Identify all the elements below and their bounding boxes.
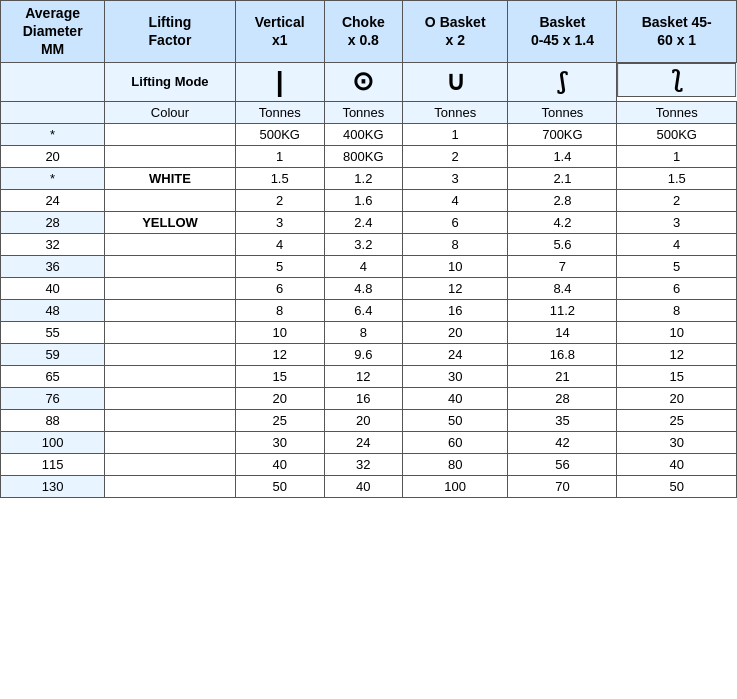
- colour-cell: BROWN: [105, 277, 235, 299]
- choke-val: 3.2: [324, 233, 402, 255]
- icon-basket: ʃ: [508, 62, 617, 101]
- obasket-val: 40: [403, 387, 508, 409]
- obasket-val: 100: [403, 475, 508, 497]
- basket-val: 2.8: [508, 189, 617, 211]
- choke-val: 400KG: [324, 123, 402, 145]
- units-basket: Tonnes: [508, 101, 617, 123]
- choke-val: 4: [324, 255, 402, 277]
- basket-val: 42: [508, 431, 617, 453]
- table-row: *WHITE1.51.232.11.5: [1, 167, 737, 189]
- basket-val: 4.2: [508, 211, 617, 233]
- vertical-val: 20: [235, 387, 324, 409]
- vertical-val: 2: [235, 189, 324, 211]
- units-vertical: Tonnes: [235, 101, 324, 123]
- table-row: 65ORANGE1512302115: [1, 365, 737, 387]
- basket-val: 1.4: [508, 145, 617, 167]
- table-row: 36RED541075: [1, 255, 737, 277]
- vertical-val: 30: [235, 431, 324, 453]
- diam-cell: 28: [1, 211, 105, 233]
- basket45-val: 1.5: [617, 167, 737, 189]
- colour-cell: BLACK: [105, 123, 235, 145]
- diam-cell: 88: [1, 409, 105, 431]
- colour-cell: BLUE: [105, 299, 235, 321]
- diam-cell: *: [1, 123, 105, 145]
- choke-val: 12: [324, 365, 402, 387]
- header-row: AverageDiameterMM LiftingFactor Vertical…: [1, 1, 737, 63]
- choke-val: 32: [324, 453, 402, 475]
- diam-cell: 130: [1, 475, 105, 497]
- basket45-val: 25: [617, 409, 737, 431]
- col-obasket-header: O Basketx 2: [403, 1, 508, 63]
- choke-val: 1.6: [324, 189, 402, 211]
- vertical-val: 12: [235, 343, 324, 365]
- units-obasket: Tonnes: [403, 101, 508, 123]
- col-diam-header: AverageDiameterMM: [1, 1, 105, 63]
- vertical-val: 6: [235, 277, 324, 299]
- col-basket-header: Basket0-45 x 1.4: [508, 1, 617, 63]
- colour-cell: VIOLET: [105, 145, 235, 167]
- choke-val: 9.6: [324, 343, 402, 365]
- table-row: 40BROWN64.8128.46: [1, 277, 737, 299]
- obasket-val: 60: [403, 431, 508, 453]
- vertical-val: 10: [235, 321, 324, 343]
- colour-cell: GREY: [105, 233, 235, 255]
- obasket-val: 50: [403, 409, 508, 431]
- basket-val: 21: [508, 365, 617, 387]
- vertical-val: 40: [235, 453, 324, 475]
- mode-label-cell: Lifting Mode: [105, 62, 235, 101]
- col-vertical-header: Verticalx1: [235, 1, 324, 63]
- table-row: 55ORANGE108201410: [1, 321, 737, 343]
- diam-cell: *: [1, 167, 105, 189]
- table-row: 32GREY43.285.64: [1, 233, 737, 255]
- icon-vertical: |: [235, 62, 324, 101]
- colour-cell: ORANGE: [105, 387, 235, 409]
- table-row: 88ORANGE2520503525: [1, 409, 737, 431]
- mode-row: Lifting Mode | ⊙ ∪ ʃ ʃ: [1, 62, 737, 101]
- choke-val: 2.4: [324, 211, 402, 233]
- colour-cell: ORANGE: [105, 343, 235, 365]
- basket45-val: 1: [617, 145, 737, 167]
- basket-val: 56: [508, 453, 617, 475]
- basket45-val: 10: [617, 321, 737, 343]
- diam-cell: 115: [1, 453, 105, 475]
- diam-cell: 65: [1, 365, 105, 387]
- vertical-val: 5: [235, 255, 324, 277]
- obasket-val: 24: [403, 343, 508, 365]
- colour-cell: ORANGE: [105, 365, 235, 387]
- basket45-val: 500KG: [617, 123, 737, 145]
- table-row: *BLACK500KG400KG1700KG500KG: [1, 123, 737, 145]
- basket-val: 14: [508, 321, 617, 343]
- vertical-val: 1: [235, 145, 324, 167]
- diam-cell: 40: [1, 277, 105, 299]
- colour-cell: RED: [105, 255, 235, 277]
- diam-cell: 20: [1, 145, 105, 167]
- vertical-val: 500KG: [235, 123, 324, 145]
- basket-val: 28: [508, 387, 617, 409]
- obasket-val: 6: [403, 211, 508, 233]
- obasket-val: 30: [403, 365, 508, 387]
- diam-cell: 100: [1, 431, 105, 453]
- units-basket45: Tonnes: [617, 101, 737, 123]
- table-row: 130ORANGE50401007050: [1, 475, 737, 497]
- lifting-table: AverageDiameterMM LiftingFactor Vertical…: [0, 0, 737, 498]
- obasket-val: 4: [403, 189, 508, 211]
- vertical-val: 4: [235, 233, 324, 255]
- colour-cell: ORANGE: [105, 453, 235, 475]
- basket45-val: 6: [617, 277, 737, 299]
- basket45-val: 50: [617, 475, 737, 497]
- mode-diam-cell: [1, 62, 105, 101]
- icon-choke: ⊙: [324, 62, 402, 101]
- choke-val: 16: [324, 387, 402, 409]
- colour-cell: ORANGE: [105, 409, 235, 431]
- icon-basket45: ʃ: [617, 63, 736, 97]
- obasket-val: 16: [403, 299, 508, 321]
- obasket-val: 3: [403, 167, 508, 189]
- table-body: Lifting Mode | ⊙ ∪ ʃ ʃ Colour Tonnes Ton…: [1, 62, 737, 497]
- basket-val: 700KG: [508, 123, 617, 145]
- basket45-val: 40: [617, 453, 737, 475]
- table-row: 59ORANGE129.62416.812: [1, 343, 737, 365]
- vertical-val: 1.5: [235, 167, 324, 189]
- table-row: 100ORANGE3024604230: [1, 431, 737, 453]
- colour-cell: WHITE: [105, 167, 235, 189]
- diam-cell: 55: [1, 321, 105, 343]
